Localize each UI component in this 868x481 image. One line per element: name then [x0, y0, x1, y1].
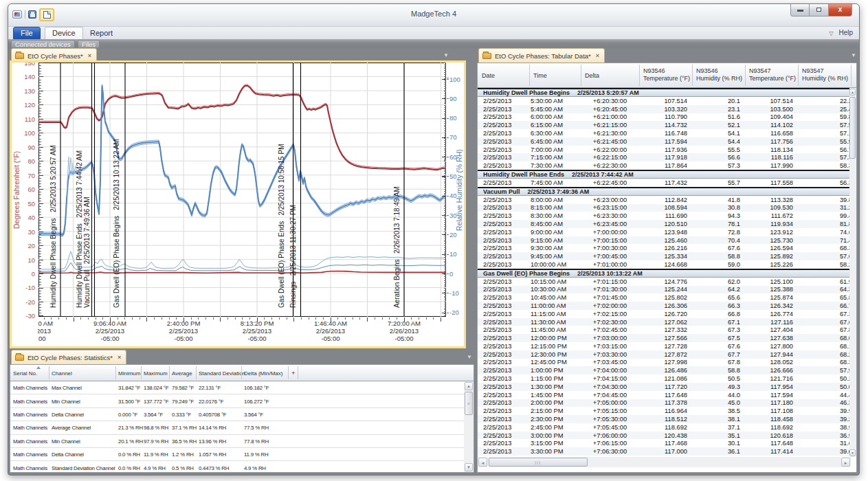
chart-tab-close-icon[interactable]: × — [88, 52, 91, 59]
table-row[interactable]: 2/25/20136:15:00 AM+6:21:15:00114.73252.… — [478, 121, 851, 129]
table-row[interactable]: Math ChannelsMax Channel31.842 °F138.024… — [10, 381, 464, 394]
table-row[interactable]: 2/25/20139:15:00 AM+7:00:15:00125.46070.… — [478, 236, 851, 245]
table-row[interactable]: Math ChannelsDelta Channel0.000 °F3.564 … — [10, 408, 464, 421]
stats-column-header[interactable]: Serial No. — [13, 370, 37, 377]
scroll-up-button[interactable]: ▲ — [849, 89, 856, 96]
plot-area[interactable]: Humidity Dwell Phase Begins 2/25/2013 5:… — [38, 63, 446, 317]
table-column-header[interactable]: N93546Temperature (°F) — [643, 67, 690, 82]
chart-area[interactable]: Degrees Fahrenheit (°F)Relative Humidity… — [12, 63, 464, 346]
group-header-row[interactable]: Humidity Dwell Phase Ends2/25/2013 7:44:… — [478, 170, 851, 179]
table-row[interactable]: 2/25/201311:15:00 AM+7:02:15:00126.72066… — [478, 310, 851, 318]
group-header-row[interactable]: Vacuum Pull2/25/2013 7:49:36 AM — [478, 187, 851, 196]
table-row[interactable]: 2/25/201310:45:00 AM+7:01:45:00125.80265… — [478, 293, 851, 302]
minimize-button[interactable] — [790, 4, 810, 16]
cell-date: 2/25/2013 — [483, 383, 511, 390]
stats-column-header[interactable]: Minimum — [118, 370, 140, 377]
table-row[interactable]: Math ChannelsMin Channel20.1 % RH97.9 % … — [10, 435, 464, 448]
ribbon-tab-report[interactable]: Report — [82, 27, 120, 39]
table-row[interactable]: Math ChannelsMin Channel31.500 °F137.772… — [10, 394, 464, 407]
table-row[interactable]: Math ChannelsStandard Deviation Channel0… — [10, 461, 464, 472]
stats-strip-dropdown-icon[interactable]: ▼ — [467, 354, 472, 360]
table-row[interactable]: 2/25/20136:00:00 AM+6:21:00:00110.79051.… — [478, 113, 851, 122]
stats-tab-close-icon[interactable]: × — [118, 354, 121, 361]
group-header-row[interactable]: Gas Dwell (EO) Phase Begins2/25/2013 10:… — [478, 269, 851, 278]
table-row[interactable]: 2/25/20132:15:00 PM+7:05:15:00116.96438.… — [478, 407, 851, 415]
table-row[interactable]: 2/25/20131:15:00 PM+7:04:15:00121.08650.… — [478, 374, 851, 383]
table-column-header[interactable]: N93547Humidity (% RH) — [802, 67, 848, 82]
table-row[interactable]: 2/25/20133:00:00 PM+7:06:00:00120.43835.… — [478, 432, 851, 440]
stats-column-header[interactable]: Standard Deviation — [199, 370, 245, 377]
scroll-thumb[interactable] — [849, 97, 856, 159]
table-row[interactable]: 2/25/20135:30:00 AM+6:20:30:00107.51420.… — [478, 97, 851, 105]
table-row[interactable]: 2/25/20131:45:00 PM+7:04:45:00117.64844.… — [478, 391, 851, 399]
table-row[interactable]: 2/25/201311:00:00 AM+7:02:00:00126.30666… — [478, 302, 851, 310]
table-column-header[interactable]: N93547Temperature (°F) — [749, 67, 796, 82]
table-strip-dropdown-icon[interactable]: ▼ — [851, 52, 856, 58]
stats-column-header[interactable]: Average — [172, 370, 192, 377]
table-vertical-scrollbar[interactable]: ▲▼ — [849, 88, 856, 457]
restore-button[interactable] — [810, 4, 829, 16]
scroll-thumb[interactable]: ||| — [489, 458, 588, 467]
table-row[interactable]: 2/25/20139:45:00 AM+7:00:45:00125.33458.… — [478, 252, 851, 260]
table-row[interactable]: 2/25/20131:00:00 PM+7:04:00:00126.48658.… — [478, 366, 851, 374]
table-row[interactable]: 2/25/20138:00:00 AM+6:23:00:00112.84241.… — [478, 196, 851, 204]
ribbon-tab-file[interactable]: File — [13, 27, 41, 39]
table-row[interactable]: 2/25/20137:30:00 AM+6:22:30:00117.86457.… — [478, 161, 851, 170]
scroll-right-button[interactable]: ▸ — [841, 458, 850, 467]
close-button[interactable]: x — [829, 4, 852, 16]
table-column-header[interactable]: Date — [482, 72, 495, 80]
scroll-left-button[interactable]: ◂ — [478, 458, 487, 467]
table-tab-close-icon[interactable]: × — [596, 52, 599, 59]
table-row[interactable]: 2/25/20132:45:00 PM+7:05:45:00118.69237.… — [478, 423, 851, 432]
table-column-header[interactable]: Delta — [585, 72, 599, 80]
table-row[interactable]: Math ChannelsDelta Channel0.0 % RH11.9 %… — [10, 448, 464, 461]
table-row[interactable]: 2/25/201312:45:00 PM+7:03:45:00127.99867… — [478, 359, 851, 367]
table-row[interactable]: Math ChannelsAverage Channel21.3 % RH98.… — [10, 421, 464, 434]
title-bar[interactable]: MadgeTech 4 x — [8, 4, 859, 27]
stats-column-header[interactable]: + — [291, 369, 296, 377]
table-row[interactable]: 2/25/20138:15:00 AM+6:23:15:00108.59430.… — [478, 204, 851, 212]
table-row[interactable]: 2/25/20138:45:00 AM+6:23:45:00120.51078.… — [478, 220, 851, 228]
table-doc-tab[interactable]: EtO Cycle Phases: Tabular Data* × — [478, 48, 605, 63]
table-row[interactable]: 2/25/20132:00:00 PM+7:05:00:00117.37845.… — [478, 399, 851, 407]
table-row[interactable]: 2/25/201312:30:00 PM+7:03:30:00127.87267… — [478, 350, 851, 359]
table-row[interactable]: 2/25/201310:00:00 AM+7:01:00:00124.66859… — [478, 260, 851, 269]
ribbon-tab-device[interactable]: Device — [45, 27, 83, 39]
table-row[interactable]: 2/25/201312:15:00 PM+7:03:15:00127.72867… — [478, 342, 851, 350]
table-row[interactable]: 2/25/20133:15:00 PM+7:06:15:00117.46830.… — [478, 439, 851, 447]
cell-value: 61.9 — [798, 278, 851, 285]
table-row[interactable]: 2/25/20136:45:00 AM+6:21:45:00117.59454.… — [478, 137, 851, 146]
table-row[interactable]: 2/25/201310:30:00 AM+7:01:30:00125.24464… — [478, 286, 851, 294]
chart-strip-dropdown-icon[interactable]: ▼ — [443, 52, 449, 58]
table-row[interactable]: 2/25/201312:00:00 PM+7:03:00:00127.56667… — [478, 334, 851, 342]
stats-column-header[interactable]: Channel — [52, 370, 72, 377]
table-row[interactable]: 2/25/20139:30:00 AM+7:00:30:00126.21667.… — [478, 244, 851, 252]
table-horizontal-scrollbar[interactable]: ◂|||▸ — [478, 457, 851, 467]
table-row[interactable]: 2/25/20133:30:00 PM+7:06:30:00117.00036.… — [478, 447, 851, 456]
table-row[interactable]: 2/25/20138:30:00 AM+6:23:30:00111.69094.… — [478, 212, 851, 220]
table-row[interactable]: 2/25/20136:30:00 AM+6:21:30:00116.74854.… — [478, 129, 851, 137]
table-column-header[interactable]: Time — [533, 72, 547, 80]
help-menu[interactable]: ▽Help — [829, 29, 853, 36]
stats-column-header[interactable]: Delta (Min/Max) — [244, 370, 282, 377]
stats-doc-tab[interactable]: EtO Cycle Phases: Statistics* × — [11, 350, 126, 364]
table-column-header[interactable]: N93546Humidity (% RH) — [696, 67, 742, 82]
table-row[interactable]: 2/25/20132:30:00 PM+7:05:30:00118.51238.… — [478, 415, 851, 423]
table-row[interactable]: 2/25/201311:45:00 AM+7:02:45:00127.33267… — [478, 326, 851, 335]
table-row[interactable]: 2/25/20135:45:00 AM+6:20:45:00103.32023.… — [478, 105, 851, 113]
group-header-row[interactable]: Humidity Dwell Phase Begins2/25/2013 5:2… — [478, 88, 851, 97]
scroll-down-button[interactable]: ▼ — [849, 449, 856, 456]
scroll-up-button[interactable]: ▲ — [465, 382, 473, 390]
files-button[interactable]: Files — [78, 40, 100, 48]
table-row[interactable]: 2/25/20139:00:00 AM+7:00:00:00123.94872.… — [478, 228, 851, 236]
table-row[interactable]: 2/25/20137:45:00 AM+6:22:45:00117.43255.… — [478, 179, 851, 187]
table-row[interactable]: 2/25/201310:15:00 AM+7:01:15:00124.77662… — [478, 278, 851, 286]
table-row[interactable]: 2/25/20137:00:00 AM+6:22:00:00117.93655.… — [478, 146, 851, 154]
stats-vertical-scrollbar[interactable]: ▲≡▼ — [464, 381, 474, 472]
table-row[interactable]: 2/25/20137:15:00 AM+6:22:15:00117.91856.… — [478, 153, 851, 161]
scroll-down-button[interactable]: ▼ — [465, 463, 473, 471]
connected-devices-button[interactable]: Connected devices — [11, 40, 75, 48]
table-row[interactable]: 2/25/201311:30:00 AM+7:02:30:00127.06267… — [478, 318, 851, 326]
stats-column-header[interactable]: Maximum — [144, 370, 168, 377]
table-row[interactable]: 2/25/20131:30:00 PM+7:04:30:00117.72049.… — [478, 383, 851, 391]
